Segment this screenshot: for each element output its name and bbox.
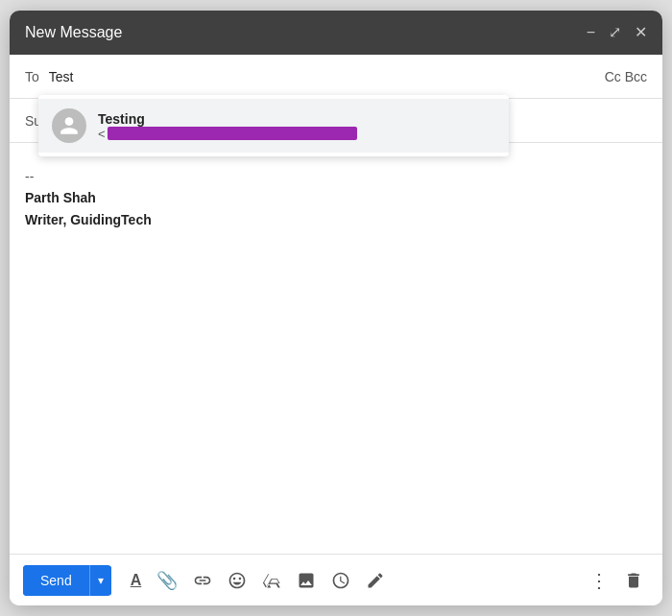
compose-body: To Cc Bcc Testing < [10,55,662,605]
autocomplete-item[interactable]: Testing < [38,99,509,153]
schedule-send-icon[interactable] [325,567,356,594]
autocomplete-dropdown: Testing < [38,95,509,156]
signature-dash: -- [25,166,647,187]
window-controls: − ⤢ ✕ [587,25,647,40]
to-field-row: To Cc Bcc Testing < [10,55,662,99]
email-prefix: < [98,127,106,141]
to-label: To [25,69,39,84]
email-signature: -- Parth Shah Writer, GuidingTech [25,166,647,230]
close-button[interactable]: ✕ [635,25,647,40]
format-text-icon[interactable]: A [125,568,148,593]
title-bar: New Message − ⤢ ✕ [10,11,662,55]
attachment-icon[interactable]: 📎 [151,566,183,595]
pen-icon[interactable] [360,567,391,594]
contact-email: < [98,127,357,141]
signature-title: Writer, GuidingTech [25,209,647,230]
window-title: New Message [25,24,122,41]
image-icon[interactable] [291,567,322,594]
email-redacted [108,127,357,140]
toolbar: Send ▾ A 📎 ⋮ [10,554,662,605]
emoji-icon[interactable] [222,567,252,594]
minimize-button[interactable]: − [587,25,595,40]
drive-icon[interactable] [256,567,287,594]
autocomplete-info: Testing < [98,111,357,141]
send-button[interactable]: Send [23,565,90,596]
message-area[interactable]: -- Parth Shah Writer, GuidingTech [10,143,662,554]
compose-window: New Message − ⤢ ✕ To Cc Bcc [10,11,662,605]
delete-button[interactable] [618,567,649,594]
cc-bcc-label[interactable]: Cc Bcc [605,69,647,84]
link-icon[interactable] [187,567,218,594]
contact-avatar [52,108,86,143]
more-options-button[interactable]: ⋮ [584,565,614,596]
send-button-group: Send ▾ [23,565,111,596]
signature-name: Parth Shah [25,187,647,208]
person-icon [59,115,80,136]
contact-name: Testing [98,111,357,127]
expand-button[interactable]: ⤢ [609,25,621,40]
to-input[interactable] [49,69,605,84]
send-dropdown-button[interactable]: ▾ [90,566,111,595]
